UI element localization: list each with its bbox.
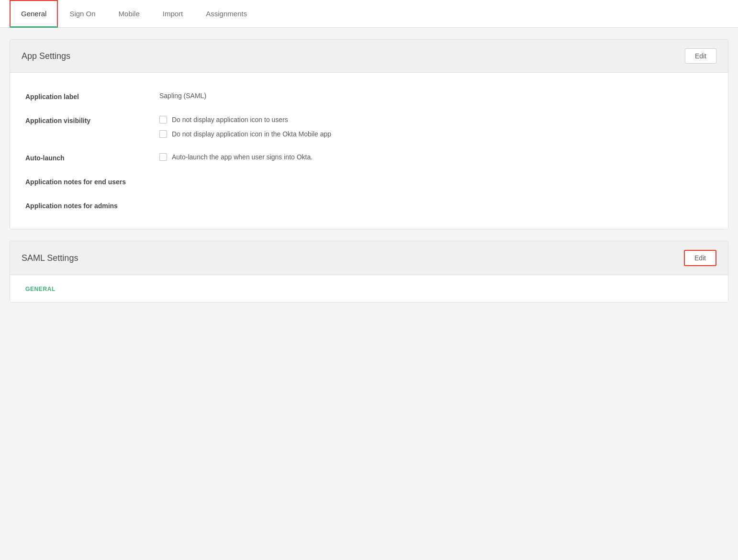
tab-assignments-label: Assignments xyxy=(206,10,247,18)
saml-settings-title: SAML Settings xyxy=(22,253,78,263)
visibility-checkbox-1-box[interactable] xyxy=(159,116,167,123)
field-auto-launch: Auto-launch Auto-launch the app when use… xyxy=(25,146,713,169)
visibility-checkbox-group: Do not display application icon to users… xyxy=(159,116,713,138)
application-label-label: Application label xyxy=(25,92,159,101)
tab-general[interactable]: General xyxy=(10,0,58,27)
tab-mobile-label: Mobile xyxy=(119,10,140,18)
saml-settings-inner: GENERAL xyxy=(10,275,728,302)
application-visibility-checkboxes: Do not display application icon to users… xyxy=(159,116,713,138)
app-settings-card: App Settings Edit Application label Sapl… xyxy=(10,39,728,229)
field-app-notes-admins: Application notes for admins xyxy=(25,193,713,217)
application-visibility-label: Application visibility xyxy=(25,116,159,124)
field-app-notes-end-users: Application notes for end users xyxy=(25,169,713,193)
auto-launch-checkbox-group: Auto-launch the app when user signs into… xyxy=(159,153,713,161)
app-notes-admins-label: Application notes for admins xyxy=(25,201,159,210)
auto-launch-checkbox-1-box[interactable] xyxy=(159,153,167,161)
tab-sign-on-label: Sign On xyxy=(69,10,95,18)
visibility-checkbox-1-label: Do not display application icon to users xyxy=(172,116,288,123)
application-label-value: Sapling (SAML) xyxy=(159,92,713,100)
visibility-checkbox-2-label: Do not display application icon in the O… xyxy=(172,130,331,138)
main-content: App Settings Edit Application label Sapl… xyxy=(0,28,738,325)
tab-sign-on[interactable]: Sign On xyxy=(58,0,107,27)
tab-general-label: General xyxy=(21,10,46,18)
saml-settings-edit-button[interactable]: Edit xyxy=(684,250,716,266)
visibility-checkbox-1: Do not display application icon to users xyxy=(159,116,713,123)
app-settings-edit-button[interactable]: Edit xyxy=(685,48,716,64)
field-application-label: Application label Sapling (SAML) xyxy=(25,84,713,108)
saml-settings-header: SAML Settings Edit xyxy=(10,241,728,275)
visibility-checkbox-2: Do not display application icon in the O… xyxy=(159,130,713,138)
app-settings-title: App Settings xyxy=(22,51,70,61)
app-notes-end-users-label: Application notes for end users xyxy=(25,177,159,186)
tab-mobile[interactable]: Mobile xyxy=(107,0,151,27)
auto-launch-label: Auto-launch xyxy=(25,153,159,162)
saml-settings-card: SAML Settings Edit GENERAL xyxy=(10,241,728,302)
visibility-checkbox-2-box[interactable] xyxy=(159,130,167,138)
field-application-visibility: Application visibility Do not display ap… xyxy=(25,108,713,146)
tab-import[interactable]: Import xyxy=(151,0,195,27)
tab-navigation: General Sign On Mobile Import Assignment… xyxy=(0,0,738,28)
saml-general-label: GENERAL xyxy=(25,286,56,292)
tab-import-label: Import xyxy=(163,10,183,18)
app-settings-fields: Application label Sapling (SAML) Applica… xyxy=(10,73,728,229)
tab-assignments[interactable]: Assignments xyxy=(194,0,258,27)
auto-launch-checkbox-1: Auto-launch the app when user signs into… xyxy=(159,153,713,161)
auto-launch-checkbox-1-label: Auto-launch the app when user signs into… xyxy=(172,153,313,161)
app-settings-header: App Settings Edit xyxy=(10,40,728,73)
auto-launch-checkboxes: Auto-launch the app when user signs into… xyxy=(159,153,713,161)
